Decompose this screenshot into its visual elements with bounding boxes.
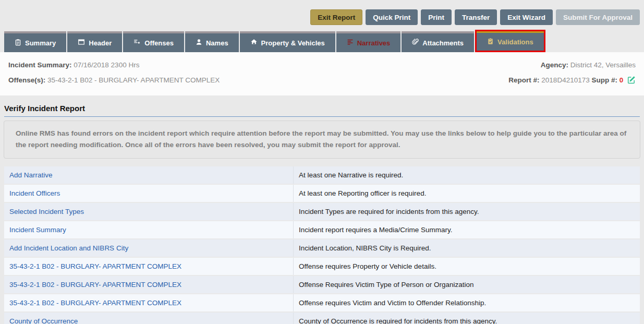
validation-link[interactable]: Add Incident Location and NIBRS City xyxy=(9,244,128,252)
agency-label: Agency: xyxy=(541,61,568,69)
table-row: 35-43-2-1 B02 - BURGLARY- APARTMENT COMP… xyxy=(4,276,640,293)
clipboard-check-icon xyxy=(487,38,494,46)
validation-link[interactable]: Incident Summary xyxy=(9,226,66,234)
page-title: Verify Incident Report xyxy=(4,104,640,117)
clipboard-icon xyxy=(15,39,21,47)
submit-for-approval-button[interactable]: Submit For Approval xyxy=(556,9,640,25)
paperclip-icon xyxy=(412,39,419,47)
tab-property-vehicles[interactable]: Property & Vehicles xyxy=(240,31,335,52)
agency-line: Agency: District 42, Versailles xyxy=(508,57,636,73)
incident-summary-line: Incident Summary: 07/16/2018 2300 Hrs xyxy=(8,57,220,73)
validation-error: Incident Types are required for incident… xyxy=(294,203,640,220)
tab-offenses[interactable]: Offenses xyxy=(123,31,184,52)
tab-label: Attachments xyxy=(422,39,464,47)
validation-error: At least one Reporting officer is requir… xyxy=(294,185,640,202)
tab-label: Narratives xyxy=(357,39,391,47)
exit-wizard-button[interactable]: Exit Wizard xyxy=(500,9,553,25)
report-tabbar: Summary Header Offenses Names xyxy=(0,30,644,52)
offenses-icon xyxy=(133,39,141,47)
validation-error: Incident Location, NIBRS City is Require… xyxy=(294,239,640,257)
offenses-value: 35-43-2-1 B02 - BURGLARY- APARTMENT COMP… xyxy=(47,76,220,84)
validation-notice: Online RMS has found errors on the incid… xyxy=(4,121,640,159)
user-icon xyxy=(196,39,202,47)
validation-link[interactable]: 35-43-2-1 B02 - BURGLARY- APARTMENT COMP… xyxy=(9,299,181,307)
validation-link[interactable]: Add Narrative xyxy=(9,171,53,179)
tab-label: Validations xyxy=(497,38,533,46)
tab-validations[interactable]: Validations xyxy=(475,30,545,52)
edit-report-icon[interactable] xyxy=(627,78,636,86)
validation-link[interactable]: 35-43-2-1 B02 - BURGLARY- APARTMENT COMP… xyxy=(9,262,181,270)
tab-header[interactable]: Header xyxy=(67,31,122,52)
validation-error: Offense Requires Victim Type of Person o… xyxy=(294,276,640,293)
validation-error: At least one Narrative is required. xyxy=(294,166,640,184)
table-row: 35-43-2-1 B02 - BURGLARY- APARTMENT COMP… xyxy=(4,258,640,275)
tab-label: Property & Vehicles xyxy=(261,39,325,47)
table-row: Add Narrative At least one Narrative is … xyxy=(4,166,640,184)
align-lines-icon xyxy=(347,39,354,47)
validation-link[interactable]: County of Occurrence xyxy=(9,317,78,324)
print-button[interactable]: Print xyxy=(421,9,452,25)
tab-label: Header xyxy=(89,39,112,47)
table-row: Incident Officers At least one Reporting… xyxy=(4,185,640,202)
report-number-label: Report #: xyxy=(508,76,539,84)
validation-link[interactable]: Selected Incident Types xyxy=(9,208,84,215)
report-number-line: Report #: 2018D4210173 Supp #: 0 xyxy=(508,73,636,89)
validation-error: Offense requires Victim and Victim to Of… xyxy=(294,294,640,311)
report-number-value: 2018D4210173 xyxy=(541,76,589,84)
tab-attachments[interactable]: Attachments xyxy=(402,31,474,52)
table-row: Selected Incident Types Incident Types a… xyxy=(4,203,640,220)
incident-header: Incident Summary: 07/16/2018 2300 Hrs Of… xyxy=(0,52,644,95)
exit-report-button[interactable]: Exit Report xyxy=(310,9,362,25)
offenses-label: Offense(s): xyxy=(8,76,45,84)
validation-link[interactable]: Incident Officers xyxy=(9,189,60,197)
table-row: Add Incident Location and NIBRS City Inc… xyxy=(4,239,640,257)
validation-error: Offense requires Property or Vehicle det… xyxy=(294,258,640,275)
validation-table: Add Narrative At least one Narrative is … xyxy=(4,166,640,324)
tab-label: Offenses xyxy=(144,39,174,47)
table-row: Incident Summary Incident report require… xyxy=(4,221,640,238)
tab-summary[interactable]: Summary xyxy=(4,31,66,52)
table-row: County of Occurrence County of Occurrenc… xyxy=(4,313,640,324)
tab-label: Names xyxy=(206,39,228,47)
transfer-button[interactable]: Transfer xyxy=(455,9,497,25)
supp-number-label: Supp #: xyxy=(591,76,617,84)
tab-names[interactable]: Names xyxy=(185,31,239,52)
window-icon xyxy=(78,39,85,47)
table-row: 35-43-2-1 B02 - BURGLARY- APARTMENT COMP… xyxy=(4,294,640,311)
validation-link[interactable]: 35-43-2-1 B02 - BURGLARY- APARTMENT COMP… xyxy=(9,281,181,289)
validation-error: Incident report requires a Media/Crime S… xyxy=(294,221,640,238)
offenses-line: Offense(s): 35-43-2-1 B02 - BURGLARY- AP… xyxy=(8,73,220,88)
agency-value: District 42, Versailles xyxy=(570,61,636,69)
validation-error: County of Occurrence is required for inc… xyxy=(294,313,640,324)
incident-summary-value: 07/16/2018 2300 Hrs xyxy=(74,61,139,69)
top-toolbar: Exit Report Quick Print Print Transfer E… xyxy=(0,0,644,25)
tab-narratives[interactable]: Narratives xyxy=(336,31,401,52)
tab-label: Summary xyxy=(25,39,56,47)
supp-number-value: 0 xyxy=(619,76,624,84)
quick-print-button[interactable]: Quick Print xyxy=(366,9,418,25)
incident-summary-label: Incident Summary: xyxy=(8,61,72,69)
house-car-icon xyxy=(250,39,258,47)
